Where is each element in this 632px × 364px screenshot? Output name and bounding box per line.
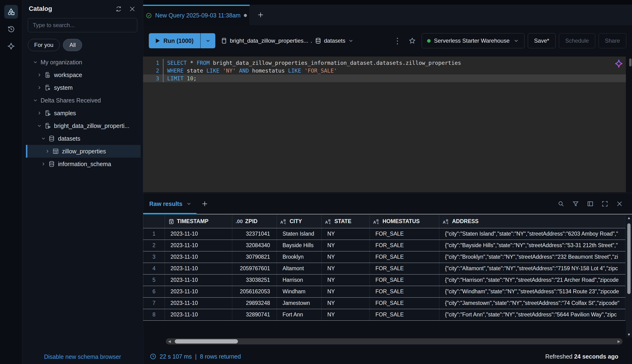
table-cell[interactable]: Brooklyn <box>277 251 322 263</box>
table-cell[interactable]: 2023-11-10 <box>165 297 232 309</box>
table-cell[interactable]: 33038251 <box>232 274 277 286</box>
table-cell[interactable]: FOR_SALE <box>370 251 439 263</box>
chevron-down-icon[interactable] <box>36 122 43 130</box>
chevron-right-icon[interactable] <box>36 109 43 117</box>
table-cell[interactable]: FOR_SALE <box>370 297 439 309</box>
share-button[interactable]: Share <box>598 33 626 48</box>
tree-item-datasets[interactable]: datasets <box>26 132 141 145</box>
rail-catalog-button[interactable] <box>4 5 18 18</box>
table-cell[interactable]: FOR_SALE <box>370 309 439 320</box>
chevron-right-icon[interactable] <box>40 160 47 168</box>
table-cell[interactable]: FOR_SALE <box>370 286 439 297</box>
table-cell[interactable]: 2023-11-10 <box>165 274 232 286</box>
table-cell[interactable]: NY <box>322 309 370 320</box>
table-cell[interactable]: Fort Ann <box>277 309 322 320</box>
filter-chip-for-you[interactable]: For you <box>28 39 60 51</box>
table-cell[interactable]: Harrison <box>277 274 322 286</box>
chevron-down-icon[interactable] <box>32 58 39 66</box>
table-cell[interactable]: Staten Island <box>277 228 322 240</box>
code-line-1[interactable]: 1SELECT * FROM bright_data_zillow_proper… <box>143 59 626 67</box>
table-cell[interactable]: Altamont <box>277 263 322 274</box>
chevron-down-icon[interactable] <box>40 135 47 142</box>
table-cell[interactable]: NY <box>322 286 370 297</box>
table-cell[interactable]: {"city":"Brooklyn","state":"NY","streetA… <box>439 251 625 263</box>
new-tab-button[interactable] <box>250 5 271 25</box>
table-cell[interactable]: {"city":"Altamont","state":"NY","streetA… <box>439 263 625 274</box>
filter-chip-all[interactable]: All <box>63 39 82 51</box>
scroll-up-arrow[interactable]: ▲ <box>626 216 632 220</box>
column-header-state[interactable]: ABcSTATE <box>322 215 370 228</box>
editor-scrollbar-thumb[interactable] <box>629 58 631 66</box>
tree-item-delta-shares-received[interactable]: Delta Shares Received <box>26 94 141 107</box>
table-cell[interactable]: 32371041 <box>232 228 277 240</box>
table-cell[interactable]: 32084340 <box>232 240 277 251</box>
rail-assistant-button[interactable] <box>4 39 18 53</box>
search-results-icon[interactable] <box>557 200 564 207</box>
rail-history-button[interactable] <box>4 22 18 36</box>
schedule-button[interactable]: Schedule <box>559 33 595 48</box>
table-cell[interactable]: 2023-11-10 <box>165 263 232 274</box>
assistant-sparkle-icon[interactable] <box>613 58 624 69</box>
table-cell[interactable]: FOR_SALE <box>370 228 439 240</box>
table-cell[interactable]: {"city":"Jamestown","state":"NY","street… <box>439 297 625 309</box>
table-cell[interactable]: NY <box>322 274 370 286</box>
table-cell[interactable]: 32890741 <box>232 309 277 320</box>
table-cell[interactable]: FOR_SALE <box>370 240 439 251</box>
refresh-icon[interactable] <box>115 6 122 12</box>
table-cell[interactable]: 2023-11-10 <box>165 286 232 297</box>
table-cell[interactable]: 2023-11-10 <box>165 240 232 251</box>
column-panel-icon[interactable] <box>587 200 594 207</box>
table-cell[interactable]: NY <box>322 251 370 263</box>
tree-item-zillow-properties[interactable]: zillow_properties <box>26 145 141 158</box>
fullscreen-icon[interactable] <box>601 200 608 207</box>
table-cell[interactable]: Jamestown <box>277 297 322 309</box>
tree-item-information-schema[interactable]: information_schema <box>26 158 141 170</box>
table-cell[interactable]: Bayside Hills <box>277 240 322 251</box>
favorite-star-button[interactable] <box>408 37 416 44</box>
tree-item-bright-data-zillow-properti[interactable]: bright_data_zillow_properti... <box>26 120 141 132</box>
run-button[interactable]: Run (1000) <box>149 33 200 48</box>
table-cell[interactable]: NY <box>322 240 370 251</box>
code-line-3[interactable]: 3LIMIT 10; <box>143 74 626 82</box>
scroll-right-arrow[interactable]: ▶ <box>617 338 620 344</box>
table-cell[interactable]: 2059767601 <box>232 263 277 274</box>
close-results-icon[interactable] <box>616 200 623 207</box>
column-header-timestamp[interactable]: TIMESTAMP <box>165 215 232 228</box>
chevron-right-icon[interactable] <box>36 71 43 79</box>
table-cell[interactable]: {"city":"Bayside Hills","state":"NY","st… <box>439 240 625 251</box>
table-cell[interactable]: {"city":"Staten Island","state":"NY","st… <box>439 228 625 240</box>
sql-editor[interactable]: 1SELECT * FROM bright_data_zillow_proper… <box>143 56 626 192</box>
tree-item-samples[interactable]: samples <box>26 107 141 120</box>
results-vertical-scrollbar[interactable]: ▲ ▼ <box>626 215 632 338</box>
column-header-homestatus[interactable]: ABcHOMESTATUS <box>370 215 439 228</box>
add-visualization-button[interactable] <box>201 200 208 207</box>
column-header-address[interactable]: ABcADDRESS <box>439 215 625 228</box>
save-button[interactable]: Save* <box>528 33 556 48</box>
chevron-down-icon[interactable] <box>32 96 39 104</box>
table-cell[interactable]: NY <box>322 263 370 274</box>
table-cell[interactable]: FOR_SALE <box>370 274 439 286</box>
query-tab-active[interactable]: New Query 2025-09-03 11:38am <box>143 5 250 25</box>
results-horizontal-scrollbar[interactable]: ◀ ▶ <box>166 338 622 344</box>
table-cell[interactable]: 2023-11-10 <box>165 251 232 263</box>
table-cell[interactable]: {"city":"Windham","state":"NY","streetAd… <box>439 286 625 297</box>
table-cell[interactable]: 30790821 <box>232 251 277 263</box>
warehouse-selector[interactable]: Serverless Starter Warehouse <box>422 33 524 48</box>
table-cell[interactable]: {"city":"Harrison","state":"NY","streetA… <box>439 274 625 286</box>
table-cell[interactable]: 2023-11-10 <box>165 309 232 320</box>
catalog-schema-selector[interactable]: bright_data_zillow_properties... . datas… <box>220 37 354 44</box>
table-cell[interactable]: 2056162053 <box>232 286 277 297</box>
column-header-zpid[interactable]: .00ZPID <box>232 215 277 228</box>
table-cell[interactable]: NY <box>322 228 370 240</box>
tree-item-system[interactable]: system <box>26 81 141 94</box>
tree-item-workspace[interactable]: workspace <box>26 68 141 81</box>
kebab-menu-button[interactable]: ⋮ <box>391 37 404 45</box>
disable-schema-browser-link[interactable]: Disable new schema browser <box>44 354 121 360</box>
chevron-right-icon[interactable] <box>36 84 43 92</box>
filter-results-icon[interactable] <box>572 200 579 207</box>
code-line-2[interactable]: 2WHERE state LIKE 'NY' AND homestatus LI… <box>143 67 626 74</box>
table-cell[interactable]: 29893248 <box>232 297 277 309</box>
table-cell[interactable]: Windham <box>277 286 322 297</box>
catalog-search-input[interactable] <box>28 18 137 32</box>
scroll-left-arrow[interactable]: ◀ <box>168 338 171 344</box>
